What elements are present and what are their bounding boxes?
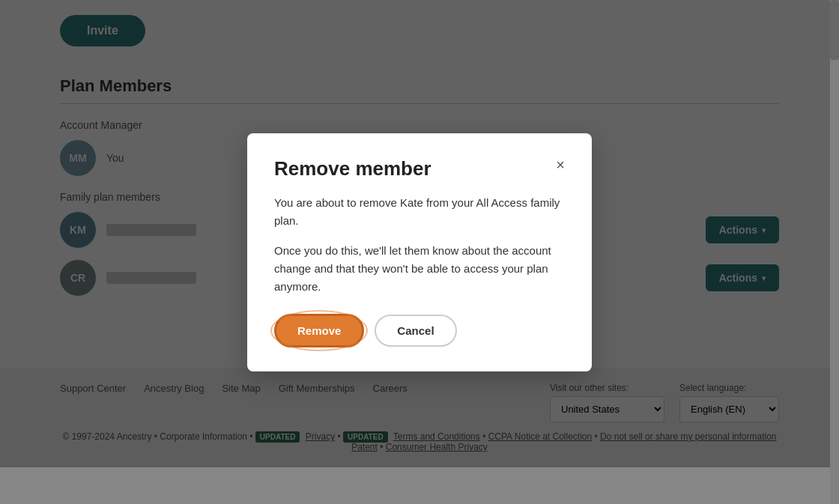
modal-close-button[interactable]: × <box>556 157 565 172</box>
remove-button[interactable]: Remove <box>274 314 364 347</box>
cancel-button[interactable]: Cancel <box>375 315 456 347</box>
modal-title: Remove member <box>274 157 431 180</box>
modal-body: You are about to remove Kate from your A… <box>274 194 565 296</box>
modal-paragraph-1: You are about to remove Kate from your A… <box>274 194 565 230</box>
modal-overlay: Remove member × You are about to remove … <box>0 0 839 504</box>
remove-member-modal: Remove member × You are about to remove … <box>247 133 592 371</box>
modal-paragraph-2: Once you do this, we'll let them know ab… <box>274 242 565 296</box>
modal-header: Remove member × <box>274 157 565 180</box>
modal-actions: Remove Cancel <box>274 314 565 347</box>
